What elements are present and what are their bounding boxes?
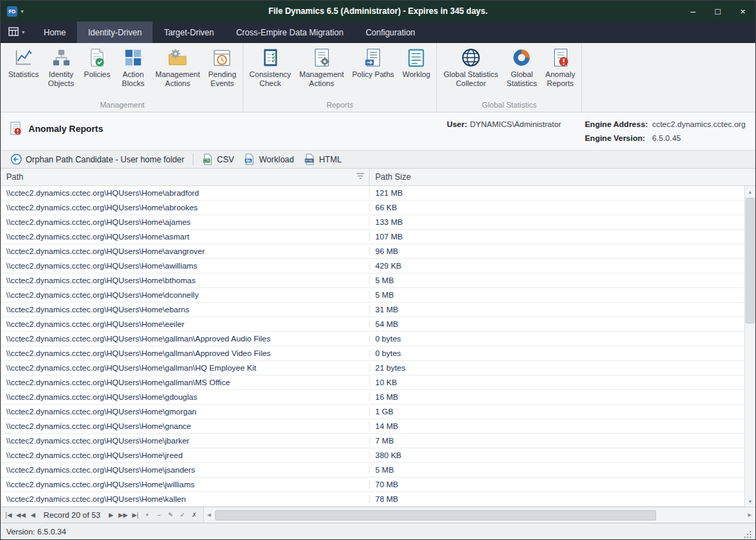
minimize-button[interactable]: –	[680, 1, 705, 22]
table-row[interactable]: \\cctec2.dynamics.cctec.org\HQUsers\Home…	[1, 405, 744, 419]
scroll-right-icon[interactable]: ▶	[744, 512, 755, 518]
ribbon-button-pending-events[interactable]: Pending Events	[204, 44, 240, 88]
ribbon-button-management-actions[interactable]: Management Actions	[151, 44, 204, 88]
cell-size: 96 MB	[370, 247, 744, 255]
cell-size: 107 MB	[370, 233, 744, 241]
horizontal-scrollbar[interactable]: ◀ ▶	[203, 507, 755, 523]
tab-configuration[interactable]: Configuration	[354, 22, 426, 43]
table-row[interactable]: \\cctec2.dynamics.cctec.org\HQUsers\Home…	[1, 317, 744, 332]
tab-identity-driven[interactable]: Identity-Driven	[77, 22, 153, 43]
ribbon-button-identity-objects[interactable]: Identity Objects	[43, 44, 79, 88]
nav-edit-button[interactable]: ✎	[165, 508, 177, 523]
user-label: User:	[447, 120, 467, 128]
titlebar: FD ▾ File Dynamics 6.5 (Administrator) -…	[1, 1, 755, 22]
ribbon-group-reports: Consistency CheckManagement ActionsPolic…	[243, 43, 438, 112]
tab-home[interactable]: Home	[33, 22, 77, 43]
table-row[interactable]: \\cctec2.dynamics.cctec.org\HQUsers\Home…	[1, 186, 744, 201]
table-row[interactable]: \\cctec2.dynamics.cctec.org\HQUsers\Home…	[1, 376, 744, 390]
ribbon-button-action-blocks[interactable]: Action Blocks	[115, 44, 151, 88]
tab-target-driven[interactable]: Target-Driven	[153, 22, 225, 43]
resize-grip-icon[interactable]	[743, 530, 753, 539]
vertical-scroll-thumb[interactable]	[746, 198, 755, 323]
table-row[interactable]: \\cctec2.dynamics.cctec.org\HQUsers\Home…	[1, 215, 744, 230]
nav-append-button[interactable]: +	[141, 508, 153, 523]
table-row[interactable]: \\cctec2.dynamics.cctec.org\HQUsers\Home…	[1, 463, 744, 478]
table-row[interactable]: \\cctec2.dynamics.cctec.org\HQUsers\Home…	[1, 478, 744, 492]
cell-size: 66 KB	[370, 203, 744, 212]
ribbon-button-management-actions[interactable]: Management Actions	[295, 44, 348, 88]
ribbon-button-consistency-check[interactable]: Consistency Check	[246, 44, 295, 88]
cell-path: \\cctec2.dynamics.cctec.org\HQUsers\Home…	[1, 233, 370, 241]
table-row[interactable]: \\cctec2.dynamics.cctec.org\HQUsers\Home…	[1, 434, 744, 448]
engine-version-label: Engine Version:	[585, 134, 648, 142]
vertical-scroll-track[interactable]	[745, 197, 755, 496]
cell-path: \\cctec2.dynamics.cctec.org\HQUsers\Home…	[1, 349, 370, 357]
toolbar-button-label: HTML	[319, 155, 342, 164]
vertical-scrollbar[interactable]: ▲ ▼	[744, 186, 755, 507]
toolbar-button-csv[interactable]: CSVCSV	[198, 152, 239, 167]
toolbar-separator	[193, 154, 194, 165]
nav-prev-page-button[interactable]: ◀◀	[15, 508, 27, 523]
cell-size: 7 MB	[370, 437, 744, 445]
ribbon-button-worklog[interactable]: Worklog	[398, 44, 434, 79]
ribbon-button-label: Pending Events	[208, 70, 236, 88]
ribbon-button-global-statistics[interactable]: Global Statistics	[502, 44, 541, 88]
table-row[interactable]: \\cctec2.dynamics.cctec.org\HQUsers\Home…	[1, 361, 744, 376]
nav-post-button[interactable]: ✓	[177, 508, 189, 523]
ribbon: StatisticsIdentity ObjectsPoliciesAction…	[1, 43, 755, 112]
column-header-size-label: Path Size	[375, 172, 411, 182]
table-row[interactable]: \\cctec2.dynamics.cctec.org\HQUsers\Home…	[1, 332, 744, 346]
cell-path: \\cctec2.dynamics.cctec.org\HQUsers\Home…	[1, 305, 370, 314]
nav-last-button[interactable]: ▶|	[130, 508, 141, 523]
toolbar-button-workload[interactable]: Workload	[239, 152, 298, 167]
column-header-path-size[interactable]: Path Size	[370, 169, 755, 185]
horizontal-scroll-thumb[interactable]	[215, 510, 656, 521]
table-row[interactable]: \\cctec2.dynamics.cctec.org\HQUsers\Home…	[1, 390, 744, 405]
close-button[interactable]: ×	[730, 1, 755, 22]
scroll-up-icon[interactable]: ▲	[745, 186, 755, 197]
management-actions-icon	[167, 47, 188, 68]
scroll-left-icon[interactable]: ◀	[204, 512, 215, 518]
table-row[interactable]: \\cctec2.dynamics.cctec.org\HQUsers\Home…	[1, 201, 744, 215]
table-row[interactable]: \\cctec2.dynamics.cctec.org\HQUsers\Home…	[1, 492, 744, 507]
application-menu-button[interactable]: ▾	[1, 22, 33, 43]
nav-cancel-button[interactable]: ✗	[189, 508, 200, 523]
nav-first-button[interactable]: |◀	[3, 508, 15, 523]
scroll-down-icon[interactable]: ▼	[745, 496, 755, 507]
data-table: Path Path Size \\cctec2.dynamics.cctec.o…	[1, 169, 755, 507]
cell-size: 429 KB	[370, 262, 744, 270]
nav-delete-button[interactable]: −	[153, 508, 165, 523]
ribbon-button-label: Statistics	[8, 70, 39, 79]
column-header-path[interactable]: Path	[1, 169, 370, 185]
quick-access-caret-icon[interactable]: ▾	[21, 8, 24, 15]
table-row[interactable]: \\cctec2.dynamics.cctec.org\HQUsers\Home…	[1, 419, 744, 434]
table-row[interactable]: \\cctec2.dynamics.cctec.org\HQUsers\Home…	[1, 303, 744, 317]
table-row[interactable]: \\cctec2.dynamics.cctec.org\HQUsers\Home…	[1, 448, 744, 463]
cell-path: \\cctec2.dynamics.cctec.org\HQUsers\Home…	[1, 407, 370, 416]
tab-cross-empire-data-migration[interactable]: Cross-Empire Data Migration	[225, 22, 354, 43]
cell-path: \\cctec2.dynamics.cctec.org\HQUsers\Home…	[1, 189, 370, 197]
sort-icon[interactable]	[356, 172, 365, 182]
ribbon-button-anomaly-reports[interactable]: Anomaly Reports	[541, 44, 579, 88]
ribbon-button-statistics[interactable]: Statistics	[4, 44, 43, 79]
nav-prev-button[interactable]: ◀	[27, 508, 39, 523]
toolbar-button-html[interactable]: HTMLHTML	[300, 152, 346, 167]
maximize-button[interactable]: □	[705, 1, 730, 22]
nav-next-button[interactable]: ▶	[105, 508, 117, 523]
table-row[interactable]: \\cctec2.dynamics.cctec.org\HQUsers\Home…	[1, 346, 744, 361]
table-body-rows: \\cctec2.dynamics.cctec.org\HQUsers\Home…	[1, 186, 744, 507]
cell-path: \\cctec2.dynamics.cctec.org\HQUsers\Home…	[1, 320, 370, 328]
status-version-text: Version: 6.5.0.34	[6, 528, 66, 536]
app-logo-icon[interactable]: FD	[7, 6, 17, 17]
ribbon-button-policies[interactable]: Policies	[79, 44, 115, 79]
ribbon-button-global-statistics-collector[interactable]: Global Statistics Collector	[439, 44, 502, 88]
table-row[interactable]: \\cctec2.dynamics.cctec.org\HQUsers\Home…	[1, 273, 744, 288]
table-row[interactable]: \\cctec2.dynamics.cctec.org\HQUsers\Home…	[1, 230, 744, 244]
table-row[interactable]: \\cctec2.dynamics.cctec.org\HQUsers\Home…	[1, 244, 744, 259]
table-row[interactable]: \\cctec2.dynamics.cctec.org\HQUsers\Home…	[1, 259, 744, 273]
nav-next-page-button[interactable]: ▶▶	[117, 508, 130, 523]
ribbon-button-policy-paths[interactable]: Policy Paths	[348, 44, 399, 79]
ribbon-button-label: Identity Objects	[48, 70, 74, 88]
table-row[interactable]: \\cctec2.dynamics.cctec.org\HQUsers\Home…	[1, 288, 744, 303]
back-button[interactable]: Orphan Path Candidate - User home folder	[6, 152, 189, 167]
